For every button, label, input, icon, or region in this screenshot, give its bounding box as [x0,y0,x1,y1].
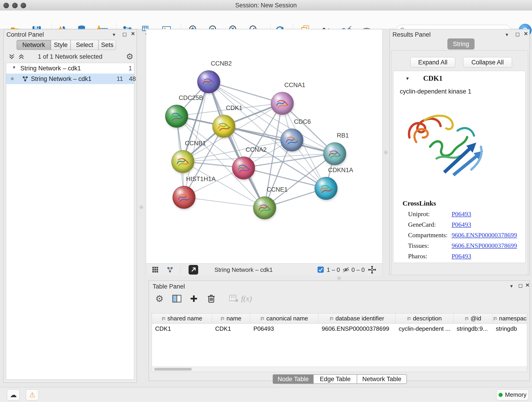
network-node-CCNB1[interactable] [171,150,194,173]
titlebar: Session: New Session [0,0,532,11]
cell-canonical-name: P06493 [250,324,318,334]
tab-string[interactable]: String [447,38,475,50]
warning-icon: ⚠ [29,391,36,399]
control-panel-title: Control Panel [6,31,44,38]
warnings-button[interactable]: ⚠ [26,389,39,400]
column-header-shared-name[interactable]: shared name [152,313,212,324]
network-share-icon[interactable] [167,267,173,273]
network-node-CCNA1[interactable] [271,92,294,115]
panel-float-icon[interactable]: ◻ [122,32,127,37]
network-edge[interactable] [184,197,264,208]
crosslink-row: Tissues:9606.ENSP00000378699 [408,242,429,252]
section-expander-icon[interactable]: ▼ [405,76,410,81]
column-header-name[interactable]: name [212,313,250,324]
node-table: shared name name canonical name database… [152,313,527,372]
crosslink-link[interactable]: 9606.ENSP00000378699 [452,242,517,249]
panel-float-icon[interactable]: ◻ [518,283,523,288]
collapse-all-label: Collapse All [471,59,504,66]
crosslink-link[interactable]: P06493 [452,221,471,228]
tab-network[interactable]: Network [17,40,51,50]
tab-node-table[interactable]: Node Table [273,374,314,384]
network-node-CCNE1[interactable] [253,196,276,219]
crosslink-row: Uniprot:P06493 [408,211,430,220]
column-header-description[interactable]: description [395,313,453,324]
network-canvas[interactable]: CCNB2 CCNA1 CDC25B CDK1 CDC6 RB1 CCNB1 C… [146,29,382,263]
gene-description: cyclin-dependent kinase 1 [400,88,471,95]
table-settings-button[interactable]: ⚙ [152,292,166,306]
network-tree: ▼ String Network – cdk1 1 String Network… [6,63,134,380]
protein-structure-icon [197,70,220,93]
show-columns-button[interactable] [170,292,184,306]
cell-namespace: stringdb [493,324,527,334]
memory-button[interactable]: Memory [496,389,529,400]
vertical-splitter-handle[interactable] [139,205,143,209]
tab-network-table[interactable]: Network Table [357,374,407,384]
expand-all-button[interactable]: Expand All [410,57,455,68]
birdseye-grid-icon[interactable] [152,267,158,273]
column-sort-icon [162,317,166,321]
tab-sets-label: Sets [101,41,114,49]
hidden-eye-slash-icon[interactable] [342,267,350,273]
cell-database-identifier: 9606.ENSP00000378699 [318,324,395,334]
tab-sets[interactable]: Sets [99,40,116,50]
crosslink-label: GeneCard: [408,221,436,228]
tab-select[interactable]: Select [70,40,99,50]
network-node-CCNB2[interactable] [197,70,220,93]
horizontal-scrollbar[interactable] [152,366,527,372]
column-header-canonical-name[interactable]: canonical name [250,313,318,324]
network-node-CDK1[interactable] [212,115,235,138]
panel-close-icon[interactable]: × [131,31,135,36]
panel-close-icon[interactable]: × [526,282,529,288]
network-node-CDC25B[interactable] [165,105,188,128]
network-node-CCNA2[interactable] [232,157,255,179]
vertical-splitter-handle[interactable] [384,151,388,154]
tab-edge-table[interactable]: Edge Table [313,374,357,384]
crosslink-link[interactable]: P06493 [452,253,471,260]
column-header-database-identifier[interactable]: database identifier [318,313,395,324]
delete-column-button[interactable] [204,292,218,306]
network-node-HIST1H1A[interactable] [172,186,196,209]
horizontal-splitter-handle[interactable] [337,276,341,280]
panel-close-icon[interactable]: × [524,31,528,36]
column-header-namespace[interactable]: namespac [493,313,527,324]
crosslink-link[interactable]: P06493 [452,211,471,218]
scrollbar-thumb[interactable] [154,368,192,370]
crosslink-link[interactable]: 9606.ENSP00000378699 [452,231,517,239]
selected-checkbox-icon[interactable] [317,267,324,273]
network-row-selected[interactable]: String Network – cdk1 11 48 [6,74,134,84]
node-label-CCNA1: CCNA1 [284,82,305,89]
panel-menu-chevron-icon[interactable]: ▼ [509,283,514,289]
panel-menu-chevron-icon[interactable]: ▼ [505,32,509,38]
export-view-button[interactable] [189,265,198,274]
column-header-id[interactable]: @id [453,313,493,324]
cloud-icon: ☁ [10,391,17,399]
network-edge[interactable] [224,126,335,153]
tab-style[interactable]: Style [51,40,70,50]
column-label: namespac [499,315,526,322]
panel-float-icon[interactable]: ◻ [515,32,520,37]
network-node-CDC6[interactable] [280,128,303,152]
delete-table-button-disabled[interactable] [227,292,241,306]
protein-structure-icon [165,105,188,128]
network-node-CDKN1A[interactable] [315,177,337,200]
apply-function-button-disabled[interactable]: f(x) [240,292,253,306]
panel-menu-chevron-icon[interactable]: ▼ [112,32,116,38]
cloud-button[interactable]: ☁ [7,389,20,400]
collapse-all-button[interactable]: Collapse All [463,57,512,68]
gene-name: CDK1 [423,74,443,83]
column-sort-icon [260,317,264,321]
crosslink-label: Pharos: [408,253,427,260]
node-label-CCNB1: CCNB1 [185,140,206,147]
network-node-RB1[interactable] [323,142,346,165]
network-collection-row[interactable]: ▼ String Network – cdk1 1 [6,63,134,74]
tree-expander-icon[interactable]: ▼ [12,65,16,70]
pan-crosshair-icon[interactable] [368,266,376,274]
control-panel: Control Panel ▼ ◻ × Network Style Select… [3,29,137,383]
add-column-button[interactable] [187,292,201,306]
node-label-HIST1H1A: HIST1H1A [186,176,215,183]
gear-icon[interactable]: ⚙ [126,52,133,61]
protein-structure-icon [213,115,235,138]
column-label: description [413,315,442,322]
network-edge[interactable] [209,82,264,208]
protein-structure-icon [315,177,337,200]
